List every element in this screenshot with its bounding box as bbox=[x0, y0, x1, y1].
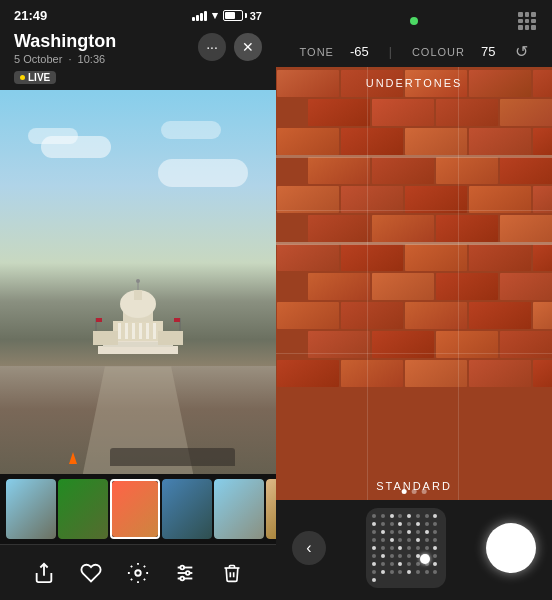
green-dot bbox=[410, 17, 418, 25]
heart-button[interactable] bbox=[73, 555, 109, 591]
brick-photo: UNDERTONES STANDARD bbox=[276, 67, 552, 500]
edit-bottom: ‹ bbox=[276, 500, 552, 600]
sel-dot bbox=[398, 530, 402, 534]
sel-dot bbox=[390, 562, 394, 566]
thumb-1[interactable] bbox=[6, 479, 56, 539]
grid-icon[interactable] bbox=[516, 10, 538, 32]
sel-dot bbox=[407, 546, 411, 550]
thumb-6[interactable] bbox=[266, 479, 276, 539]
svg-rect-18 bbox=[96, 318, 102, 322]
mortar-line-2 bbox=[276, 242, 552, 245]
close-button[interactable]: ✕ bbox=[234, 33, 262, 61]
sel-dot bbox=[398, 522, 402, 526]
brick-row-5 bbox=[276, 185, 552, 214]
svg-rect-0 bbox=[98, 346, 178, 354]
sel-dot bbox=[407, 562, 411, 566]
sel-dot bbox=[433, 562, 437, 566]
photo-date: 5 October · 10:36 bbox=[14, 53, 116, 65]
sel-dot bbox=[381, 538, 385, 542]
back-button[interactable]: ‹ bbox=[292, 531, 326, 565]
svg-rect-9 bbox=[153, 323, 156, 339]
sel-dot bbox=[407, 570, 411, 574]
photo-image bbox=[0, 90, 276, 474]
sel-dot bbox=[407, 554, 411, 558]
brick-row-7 bbox=[276, 243, 552, 272]
svg-rect-12 bbox=[134, 290, 142, 300]
sel-dot bbox=[398, 562, 402, 566]
dot-2 bbox=[411, 489, 416, 494]
live-edit-button[interactable] bbox=[120, 555, 156, 591]
sel-dot bbox=[372, 554, 376, 558]
edit-bottom-row: ‹ bbox=[276, 508, 552, 588]
photo-title: Washington bbox=[14, 31, 116, 52]
ground bbox=[0, 366, 276, 474]
sel-dot bbox=[381, 514, 385, 518]
brick-wall: UNDERTONES STANDARD bbox=[276, 67, 552, 500]
svg-rect-7 bbox=[139, 323, 142, 339]
sel-dot bbox=[433, 522, 437, 526]
sel-dot bbox=[372, 514, 376, 518]
sel-dot bbox=[425, 570, 429, 574]
dot-indicators bbox=[401, 489, 426, 494]
brick-row-11 bbox=[276, 359, 552, 388]
svg-point-14 bbox=[136, 279, 140, 283]
sel-dot bbox=[381, 554, 385, 558]
sel-dot bbox=[433, 514, 437, 518]
sel-dot bbox=[381, 530, 385, 534]
thumb-5[interactable] bbox=[214, 479, 264, 539]
selector-grid[interactable] bbox=[366, 508, 446, 588]
header-actions: ··· ✕ bbox=[198, 33, 262, 61]
svg-point-22 bbox=[135, 570, 141, 576]
colour-label: COLOUR bbox=[412, 46, 465, 58]
wifi-icon: ▾ bbox=[212, 9, 218, 22]
sel-dot bbox=[433, 538, 437, 542]
live-badge[interactable]: LIVE bbox=[14, 71, 56, 84]
thumb-2[interactable] bbox=[58, 479, 108, 539]
live-label: LIVE bbox=[28, 72, 50, 83]
sel-dot bbox=[433, 530, 437, 534]
sel-dot bbox=[372, 522, 376, 526]
tone-label: TONE bbox=[300, 46, 334, 58]
sel-dot bbox=[416, 538, 420, 542]
brick-rows bbox=[276, 67, 552, 500]
sel-dot bbox=[390, 514, 394, 518]
brick-row-6 bbox=[276, 214, 552, 243]
traffic-cone bbox=[69, 452, 77, 464]
sel-dot bbox=[372, 546, 376, 550]
sel-dot bbox=[381, 570, 385, 574]
sel-dot bbox=[416, 546, 420, 550]
svg-rect-5 bbox=[125, 323, 128, 339]
cloud-3 bbox=[158, 159, 248, 187]
more-button[interactable]: ··· bbox=[198, 33, 226, 61]
svg-rect-6 bbox=[132, 323, 135, 339]
photo-title-block: Washington 5 October · 10:36 bbox=[14, 31, 116, 65]
battery-icon: 37 bbox=[223, 10, 262, 22]
sel-dot bbox=[407, 522, 411, 526]
thumbnail-strip bbox=[0, 474, 276, 544]
thumb-3[interactable] bbox=[110, 479, 160, 539]
time-display: 21:49 bbox=[14, 8, 47, 23]
undertones-label: UNDERTONES bbox=[366, 77, 463, 89]
svg-point-28 bbox=[181, 576, 185, 580]
battery-pct: 37 bbox=[250, 10, 262, 22]
delete-button[interactable] bbox=[214, 555, 250, 591]
edit-top-bar bbox=[276, 0, 552, 38]
sel-dot bbox=[433, 554, 437, 558]
svg-rect-20 bbox=[174, 318, 180, 322]
sel-dot bbox=[416, 570, 420, 574]
svg-point-26 bbox=[181, 565, 185, 569]
adjust-button[interactable] bbox=[167, 555, 203, 591]
reset-button[interactable]: ↺ bbox=[515, 42, 528, 61]
thumb-4[interactable] bbox=[162, 479, 212, 539]
white-circle-button[interactable] bbox=[486, 523, 536, 573]
sel-dot bbox=[425, 538, 429, 542]
sel-dot bbox=[398, 546, 402, 550]
brick-row-10 bbox=[276, 330, 552, 359]
brick-row-3 bbox=[276, 127, 552, 156]
dot-1 bbox=[401, 489, 406, 494]
sel-dot bbox=[372, 578, 376, 582]
sel-dot bbox=[372, 570, 376, 574]
share-button[interactable] bbox=[26, 555, 62, 591]
sel-dot bbox=[381, 546, 385, 550]
sel-dot bbox=[407, 538, 411, 542]
